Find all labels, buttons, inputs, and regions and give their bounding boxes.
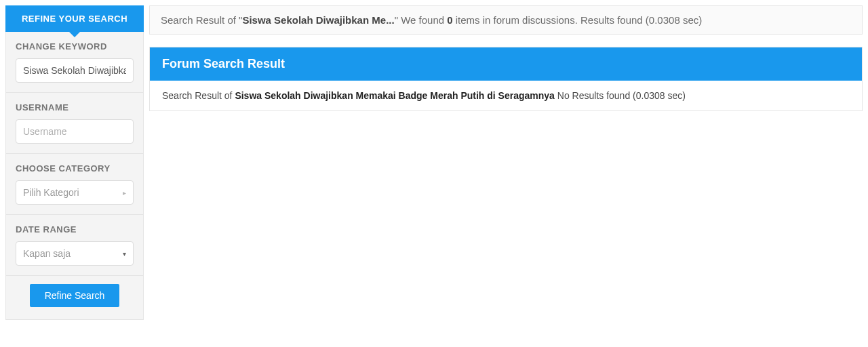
refine-sidebar: REFINE YOUR SEARCH CHANGE KEYWORD USERNA…: [5, 5, 144, 320]
username-input[interactable]: [16, 119, 134, 144]
summary-mid: " We found: [395, 14, 448, 26]
panel-body-query: Siswa Sekolah Diwajibkan Memakai Badge M…: [235, 90, 555, 101]
section-username: USERNAME: [6, 93, 143, 154]
panel-body: Search Result of Siswa Sekolah Diwajibka…: [150, 81, 862, 110]
category-selected-text: Pilih Kategori: [23, 187, 79, 198]
page: REFINE YOUR SEARCH CHANGE KEYWORD USERNA…: [0, 0, 868, 325]
category-select[interactable]: Pilih Kategori ▸: [16, 180, 134, 205]
refine-button-row: Refine Search: [6, 276, 143, 319]
refine-search-button[interactable]: Refine Search: [30, 284, 120, 307]
panel-title: Forum Search Result: [150, 47, 862, 81]
panel-body-suffix: No Results found (0.0308 sec): [555, 90, 686, 101]
summary-query: Siswa Sekolah Diwajibkan Me...: [242, 14, 394, 26]
daterange-label: DATE RANGE: [16, 224, 134, 234]
chevron-down-icon: ▾: [123, 250, 126, 258]
forum-result-panel: Forum Search Result Search Result of Sis…: [149, 47, 863, 111]
keyword-label: CHANGE KEYWORD: [16, 41, 134, 52]
refine-header: REFINE YOUR SEARCH: [5, 5, 144, 32]
keyword-input[interactable]: [16, 58, 134, 83]
username-label: USERNAME: [16, 102, 134, 113]
refine-body: CHANGE KEYWORD USERNAME CHOOSE CATEGORY …: [5, 32, 144, 320]
category-label: CHOOSE CATEGORY: [16, 163, 134, 174]
summary-count: 0: [447, 14, 452, 26]
summary-suffix: items in forum discussions. Results foun…: [453, 14, 703, 26]
chevron-right-icon: ▸: [123, 189, 126, 197]
daterange-select[interactable]: Kapan saja ▾: [16, 241, 134, 266]
section-daterange: DATE RANGE Kapan saja ▾: [6, 215, 143, 276]
main-content: Search Result of "Siswa Sekolah Diwajibk…: [149, 5, 863, 111]
summary-prefix: Search Result of ": [161, 14, 242, 26]
section-category: CHOOSE CATEGORY Pilih Kategori ▸: [6, 154, 143, 215]
panel-body-prefix: Search Result of: [162, 90, 235, 101]
result-summary: Search Result of "Siswa Sekolah Diwajibk…: [149, 5, 863, 35]
daterange-selected-text: Kapan saja: [23, 248, 71, 259]
section-keyword: CHANGE KEYWORD: [6, 32, 143, 93]
